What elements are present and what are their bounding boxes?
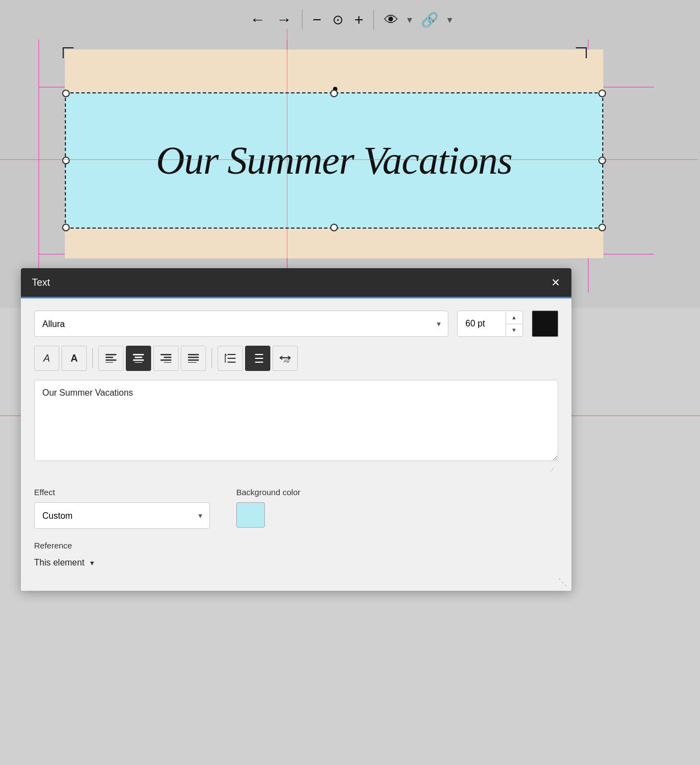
forward-button[interactable]: → [273,9,295,31]
bg-color-section: Background color [236,487,301,528]
bottom-section: Effect Custom ▾ Reference This element ▾ [34,487,558,579]
font-size-wrapper: ▲ ▼ [457,311,523,337]
reference-value: This element [34,558,85,568]
toolbar-divider-1 [302,10,303,30]
text-element[interactable]: Our Summer Vacations [65,92,603,229]
corner-mark-tl [63,47,74,58]
svg-rect-13 [188,357,199,358]
format-separator-2 [212,348,212,368]
effect-select[interactable]: Custom [34,502,210,529]
toolbar: ← → − ⊙ + 👁 ▾ 🔗 ▾ [0,0,700,40]
zoom-in-button[interactable]: + [351,9,366,31]
italic-button[interactable]: A [34,346,59,371]
handle-tc[interactable] [330,90,338,97]
eye-button[interactable]: 👁 [381,9,402,31]
handle-tr[interactable] [598,90,606,97]
line-height-active-button[interactable] [245,346,270,371]
reference-section: Reference This element ▾ [34,541,210,570]
red-guide-horizontal [0,159,698,160]
handle-ml[interactable] [62,157,70,164]
effect-select-wrapper: Custom ▾ [34,502,210,529]
canvas-area: ← → − ⊙ + 👁 ▾ 🔗 ▾ [0,0,700,308]
svg-rect-0 [105,354,116,356]
svg-rect-11 [164,362,171,363]
bold-button[interactable]: A [62,346,87,371]
handle-tl[interactable] [62,90,70,97]
align-left-button[interactable] [98,346,124,371]
svg-rect-23 [255,358,263,359]
corner-mark-tr [576,47,587,58]
reference-dropdown[interactable]: This element ▾ [34,556,210,570]
back-button[interactable]: ← [247,9,269,31]
svg-rect-2 [105,359,116,361]
format-row: A A AV [34,346,558,371]
panel-resize-grip[interactable]: ⋱ [558,577,567,587]
effect-section: Effect Custom ▾ Reference This element ▾ [34,487,210,570]
toolbar-divider-2 [373,10,374,30]
guide-vertical-left [38,40,39,292]
svg-rect-22 [255,354,263,355]
svg-rect-24 [255,362,263,363]
tracking-button[interactable]: AV [273,346,298,371]
red-guide-vertical [287,29,287,303]
svg-rect-4 [133,354,144,356]
font-row: Allura ▾ ▲ ▼ [34,311,558,337]
format-separator-1 [92,348,93,368]
line-height-button[interactable] [218,346,243,371]
text-color-swatch[interactable] [532,311,558,337]
handle-br[interactable] [598,224,606,231]
svg-rect-5 [135,357,142,358]
svg-rect-6 [133,359,144,361]
font-select[interactable]: Allura [34,311,448,337]
canvas-text: Our Summer Vacations [66,93,602,228]
svg-rect-9 [164,357,171,358]
resize-handle[interactable]: ⟋ [548,465,555,472]
font-size-spinners: ▲ ▼ [505,312,522,336]
text-panel: Text ✕ Allura ▾ ▲ ▼ A A [21,268,571,591]
font-select-wrapper: Allura ▾ [34,311,448,337]
align-justify-button[interactable] [181,346,206,371]
panel-title: Text [32,277,50,289]
zoom-out-button[interactable]: − [309,9,325,31]
handle-bc[interactable] [330,224,338,231]
svg-text:AV: AV [284,358,290,363]
svg-rect-16 [227,354,236,355]
font-size-up[interactable]: ▲ [506,312,522,324]
handle-bl[interactable] [62,224,70,231]
text-content-input[interactable]: Our Summer Vacations [34,380,558,461]
svg-rect-12 [188,354,199,356]
panel-close-button[interactable]: ✕ [551,277,560,288]
svg-rect-15 [188,362,197,363]
align-right-button[interactable] [153,346,179,371]
svg-rect-7 [135,362,142,363]
svg-rect-18 [227,362,236,363]
svg-rect-17 [227,358,236,359]
link-button[interactable]: 🔗 [418,9,442,31]
zoom-fit-button[interactable]: ⊙ [329,10,347,30]
font-size-down[interactable]: ▼ [506,324,522,336]
svg-rect-1 [105,357,113,358]
svg-rect-14 [188,359,199,361]
svg-rect-8 [160,354,171,356]
text-area-wrapper: Our Summer Vacations ⟋ [34,380,558,475]
bg-color-label: Background color [236,487,301,497]
canvas-content: Our Summer Vacations [38,40,654,292]
svg-rect-10 [160,359,171,361]
handle-mr[interactable] [598,157,606,164]
reference-chevron: ▾ [90,558,94,567]
align-center-button[interactable] [126,346,151,371]
bg-color-swatch[interactable] [236,502,265,528]
effect-label: Effect [34,487,210,497]
panel-body: Allura ▾ ▲ ▼ A A [21,298,571,591]
svg-rect-3 [105,362,113,363]
reference-label: Reference [34,541,210,550]
panel-header: Text ✕ [21,268,571,297]
